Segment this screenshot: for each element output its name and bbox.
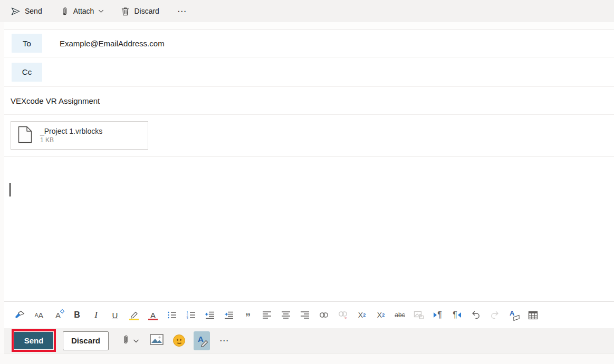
annotation-highlight-box: Send <box>12 329 56 352</box>
attach-file-button[interactable] <box>121 334 139 347</box>
table-icon <box>528 311 538 320</box>
send-button[interactable]: Send <box>14 332 53 349</box>
strikethrough-icon: abc <box>395 311 405 319</box>
chevron-down-icon <box>133 336 139 346</box>
attachment-row: _Project 1.vrblocks 1 KB <box>4 115 614 156</box>
left-to-right-button[interactable]: ¶ <box>429 307 446 323</box>
cc-button-label: Cc <box>22 67 32 76</box>
font-color-icon: A <box>150 311 156 320</box>
compose-content: To Example@EmailAddress.com Cc VEXcode V… <box>4 22 614 353</box>
discard-button-top[interactable]: Discard <box>121 6 159 16</box>
to-input[interactable]: Example@EmailAddress.com <box>60 29 614 57</box>
emoji-smiley-icon <box>173 335 185 347</box>
discard-button[interactable]: Discard <box>63 331 109 350</box>
rtl-icon: ¶ <box>453 310 461 320</box>
subscript-button[interactable]: X2 <box>372 307 389 323</box>
format-painter-icon <box>14 310 26 320</box>
formatting-toolbar: AA A B I U A <box>4 301 614 328</box>
subscript-icon: X <box>377 311 382 319</box>
discard-label: Discard <box>134 7 159 15</box>
align-right-icon <box>300 311 310 319</box>
insert-pictures-inline-button[interactable] <box>150 334 164 347</box>
bold-icon: B <box>74 310 80 320</box>
attachment-card[interactable]: _Project 1.vrblocks 1 KB <box>11 121 148 150</box>
quote-icon: ” <box>245 311 251 319</box>
text-cursor <box>9 183 11 196</box>
send-label: Send <box>25 7 42 15</box>
font-size-button[interactable]: A <box>50 307 66 323</box>
top-toolbar: Send Attach Discard ⋯ <box>0 0 614 22</box>
redo-icon <box>490 310 500 320</box>
message-body-editor[interactable] <box>4 156 614 301</box>
pencil-icon <box>201 340 208 348</box>
cc-input[interactable] <box>60 57 614 86</box>
ellipsis-icon: ⋯ <box>219 336 229 346</box>
align-left-button[interactable] <box>258 307 275 323</box>
paperclip-icon <box>121 334 130 347</box>
align-center-button[interactable] <box>277 307 294 323</box>
more-options-button-top[interactable]: ⋯ <box>177 6 187 17</box>
align-left-icon <box>262 311 272 319</box>
to-recipient-value: Example@EmailAddress.com <box>60 39 165 48</box>
to-button[interactable]: To <box>12 34 42 53</box>
attach-button-top[interactable]: Attach <box>60 6 103 16</box>
undo-button[interactable] <box>467 307 484 323</box>
increase-indent-icon <box>224 310 234 320</box>
attach-label: Attach <box>73 7 94 15</box>
italic-button[interactable]: I <box>88 307 104 323</box>
align-right-button[interactable] <box>296 307 313 323</box>
subject-input[interactable]: VEXcode VR Assignment <box>11 96 100 105</box>
ellipsis-icon: ⋯ <box>177 6 187 17</box>
font-color-button[interactable]: A <box>145 307 161 323</box>
bulleted-list-icon <box>167 310 177 320</box>
draw-ink-button-selected[interactable]: A <box>194 331 210 350</box>
bold-button[interactable]: B <box>69 307 85 323</box>
link-icon <box>319 311 329 319</box>
italic-icon: I <box>94 310 98 320</box>
strikethrough-button[interactable]: abc <box>391 307 408 323</box>
font-button[interactable]: AA <box>31 307 47 323</box>
picture-icon <box>414 310 424 320</box>
send-icon <box>11 6 21 16</box>
insert-table-button[interactable] <box>524 307 541 323</box>
format-painter-button[interactable] <box>12 307 28 323</box>
undo-icon <box>471 310 481 320</box>
mail-compose-window: Send Attach Discard ⋯ To <box>0 0 614 364</box>
cc-button[interactable]: Cc <box>12 63 42 82</box>
send-button-top[interactable]: Send <box>11 6 42 16</box>
ltr-icon: ¶ <box>434 310 442 320</box>
more-options-button-bottom[interactable]: ⋯ <box>219 335 229 346</box>
underline-button[interactable]: U <box>107 307 123 323</box>
superscript-icon: X <box>358 311 363 319</box>
subject-row: VEXcode VR Assignment <box>4 87 614 115</box>
svg-text:3: 3 <box>187 317 189 320</box>
cc-field-row: Cc <box>4 57 614 87</box>
attachment-meta: _Project 1.vrblocks 1 KB <box>40 127 102 144</box>
underline-icon: U <box>112 311 118 320</box>
superscript-button[interactable]: X2 <box>353 307 370 323</box>
bulleted-list-button[interactable] <box>164 307 180 323</box>
insert-emoji-button[interactable] <box>173 335 185 347</box>
remove-link-button: x <box>334 307 351 323</box>
numbered-list-icon: 123 <box>186 310 196 320</box>
attachment-filename: _Project 1.vrblocks <box>40 127 102 135</box>
footer-strip <box>0 353 614 364</box>
right-to-left-button[interactable]: ¶ <box>448 307 465 323</box>
paperclip-icon <box>60 6 69 16</box>
increase-indent-button[interactable] <box>220 307 237 323</box>
insert-link-button[interactable] <box>315 307 332 323</box>
font-size-icon: A <box>55 311 61 320</box>
chevron-down-icon <box>98 9 103 14</box>
decrease-indent-button[interactable] <box>202 307 218 323</box>
to-button-label: To <box>23 39 31 48</box>
text-highlight-button[interactable] <box>126 307 142 323</box>
clear-formatting-button[interactable]: A <box>505 307 522 323</box>
redo-button <box>486 307 503 323</box>
numbered-list-button[interactable]: 123 <box>183 307 199 323</box>
document-icon <box>18 126 32 145</box>
svg-text:x: x <box>344 316 347 320</box>
remove-link-icon: x <box>338 310 348 320</box>
quote-button[interactable]: ” <box>239 307 256 323</box>
header-gap-strip <box>4 22 614 29</box>
insert-picture-button <box>410 307 427 323</box>
